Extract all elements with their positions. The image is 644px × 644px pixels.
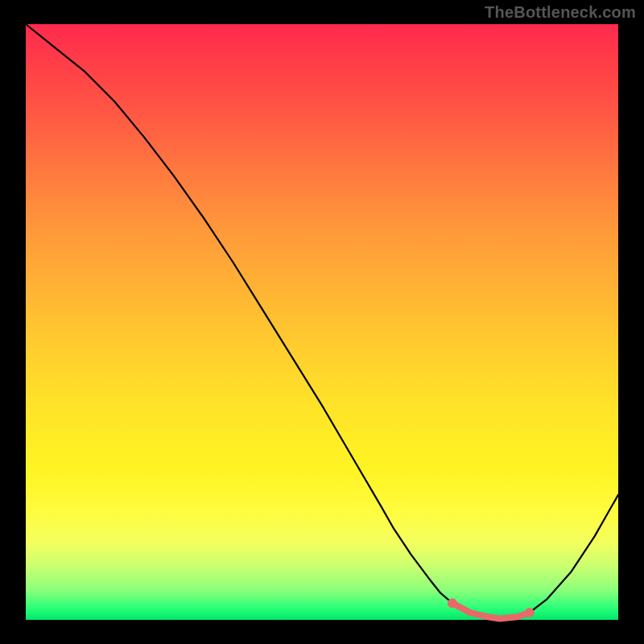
plot-area (26, 24, 618, 620)
chart-frame: TheBottleneck.com (0, 0, 644, 644)
bottleneck-curve (26, 24, 618, 619)
plot-svg (26, 24, 618, 620)
watermark-text: TheBottleneck.com (485, 3, 636, 22)
selection-end-dot (525, 608, 535, 617)
selection-end-dot (448, 598, 457, 608)
selection-highlight (452, 603, 530, 618)
